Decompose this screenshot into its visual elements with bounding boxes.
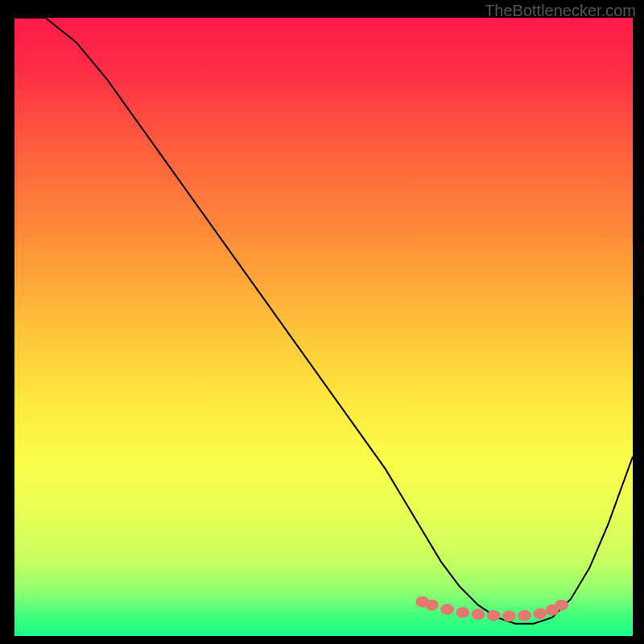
attribution-label: TheBottlenecker.com [485,2,636,20]
highlight-dot [502,611,516,622]
chart-container: TheBottlenecker.com [0,0,644,644]
bottleneck-chart [14,18,633,636]
chart-background [14,18,633,636]
highlight-dot [425,600,439,611]
highlight-dot [456,607,469,618]
highlight-dot [518,610,531,621]
highlight-dot [555,600,568,611]
highlight-dot [487,610,501,621]
highlight-dot [472,609,485,620]
highlight-dot [533,608,547,619]
highlight-dot [440,604,454,615]
